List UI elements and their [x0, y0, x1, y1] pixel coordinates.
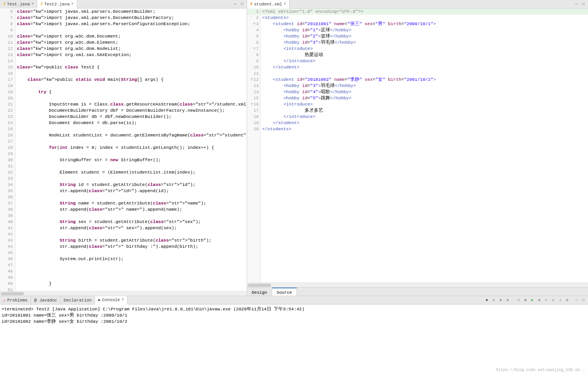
code-line[interactable]: class="kw">import org.w3c.dom.NodeList;: [15, 46, 247, 52]
code-line[interactable]: [15, 163, 247, 169]
code-line[interactable]: [15, 287, 247, 291]
code-line[interactable]: [15, 194, 247, 200]
xml-line[interactable]: <hobby id="5">跳舞</hobby>: [261, 95, 588, 101]
minimize-left-btn[interactable]: —: [232, 1, 238, 7]
xml-line[interactable]: <introduce>: [261, 46, 588, 52]
tab-javadoc[interactable]: @ Javadoc: [31, 296, 60, 305]
fold-icon[interactable]: ▽: [253, 46, 255, 52]
xml-line[interactable]: 热爱运动: [261, 52, 588, 58]
code-line[interactable]: str.append(class="str">" birthday :").ap…: [15, 244, 247, 250]
xml-line[interactable]: <hobby id="3">羽毛球</hobby>: [261, 83, 588, 89]
code-line[interactable]: [15, 70, 247, 77]
code-line[interactable]: Element student = (Element)studentList.i…: [15, 169, 247, 175]
code-line[interactable]: str.append(class="str">" name=").append(…: [15, 206, 247, 213]
tab-console-close[interactable]: ×: [122, 298, 124, 302]
code-line[interactable]: DocumentBuilder db = dbf.newDocumentBuil…: [15, 114, 247, 120]
code-line[interactable]: class="kw">public static void main(Strin…: [15, 77, 247, 83]
left-scrollbar-x[interactable]: [0, 291, 247, 296]
code-line[interactable]: [15, 250, 247, 256]
xml-code-content[interactable]: <?xml version="1.0" encoding="UTF-8"?><s…: [261, 9, 588, 283]
terminate-btn[interactable]: ■: [484, 297, 490, 303]
xml-line[interactable]: </introduce>: [261, 58, 588, 64]
code-line[interactable]: StringBuffer str = new StringBuffer();: [15, 157, 247, 163]
code-line[interactable]: String sex = student.getAttribute(class=…: [15, 219, 247, 225]
xml-line[interactable]: <students>: [261, 15, 588, 21]
code-line[interactable]: try {: [15, 89, 247, 95]
options-btn[interactable]: ⊡: [564, 297, 570, 303]
run-btn[interactable]: ▶: [529, 297, 535, 303]
xml-line[interactable]: [261, 70, 588, 77]
xml-line[interactable]: </student>: [261, 64, 588, 70]
tab-test2-java-close[interactable]: ×: [71, 2, 73, 6]
code-line[interactable]: [15, 274, 247, 281]
tab-test-java-close[interactable]: ×: [31, 2, 34, 6]
minimize-bottom-btn[interactable]: —: [573, 297, 580, 303]
xml-line[interactable]: 多才多艺: [261, 107, 588, 114]
code-content[interactable]: class="kw">import javax.xml.parsers.Docu…: [15, 9, 247, 291]
code-editor[interactable]: 6789101112131415161718192021222324252627…: [0, 9, 247, 291]
code-line[interactable]: class="kw">public class Test2 {: [15, 64, 247, 70]
code-line[interactable]: [15, 175, 247, 182]
new-btn[interactable]: ⊕: [505, 297, 511, 303]
code-line[interactable]: [15, 83, 247, 89]
code-line[interactable]: class="kw">import javax.xml.parsers.Docu…: [15, 9, 247, 15]
code-line[interactable]: NodeList studentList = document.getEleme…: [15, 132, 247, 138]
link-btn[interactable]: ↩: [543, 297, 549, 303]
tab-test-java[interactable]: J Test.java ×: [0, 0, 37, 9]
code-line[interactable]: System.out.println(str);: [15, 256, 247, 262]
xml-line[interactable]: </students>: [261, 126, 588, 132]
xml-line[interactable]: </student>: [261, 120, 588, 126]
xml-line[interactable]: </introduce>: [261, 114, 588, 120]
code-line[interactable]: [15, 151, 247, 157]
code-line[interactable]: InputStream is = Class.class.getResource…: [15, 101, 247, 107]
xml-line[interactable]: <hobby id="3">羽毛球</hobby>: [261, 39, 588, 46]
tab-console[interactable]: ▶ Console ×: [95, 296, 127, 305]
code-line[interactable]: [15, 138, 247, 145]
xml-line[interactable]: <introduce>: [261, 101, 588, 107]
code-line[interactable]: class="kw">import org.w3c.dom.Element;: [15, 39, 247, 46]
maximize-left-btn[interactable]: □: [239, 1, 245, 7]
tab-problems[interactable]: ⚠ Problems: [0, 296, 31, 305]
maximize-right-btn[interactable]: □: [580, 1, 586, 7]
expand-btn[interactable]: ⤢: [550, 297, 556, 303]
code-line[interactable]: [15, 126, 247, 132]
fold-icon[interactable]: ▽: [251, 77, 252, 83]
code-line[interactable]: [15, 27, 247, 33]
code-line[interactable]: DocumentBuilderFactory dbf = DocumentBui…: [15, 107, 247, 114]
source-tab[interactable]: Source: [272, 288, 297, 296]
open-btn[interactable]: ↗: [557, 297, 563, 303]
code-line[interactable]: str.append(class="str">" sex=").append(s…: [15, 225, 247, 231]
code-line[interactable]: [15, 58, 247, 64]
code-line[interactable]: for(int index = 0; index < studentList.g…: [15, 145, 247, 151]
fold-icon[interactable]: ▽: [253, 21, 255, 27]
xml-line[interactable]: <hobby id="2">篮球</hobby>: [261, 33, 588, 39]
tab-student-xml-close[interactable]: ×: [284, 2, 286, 6]
code-line[interactable]: [15, 213, 247, 219]
tab-student-xml[interactable]: X student.xml ×: [247, 0, 290, 9]
code-line[interactable]: String birth = student.getAttribute(clas…: [15, 237, 247, 244]
xml-line[interactable]: <hobby id="1">足球</hobby>: [261, 27, 588, 33]
code-line[interactable]: Document document = db.parse(is);: [15, 120, 247, 126]
left-scroll-thumb[interactable]: [1, 292, 24, 295]
code-line[interactable]: String name = student.getAttribute(class…: [15, 200, 247, 206]
design-tab[interactable]: Design: [247, 288, 272, 296]
code-line[interactable]: [15, 95, 247, 101]
xml-line[interactable]: <student id="20181001" name="张三" sex="男"…: [261, 21, 588, 27]
right-scroll-thumb[interactable]: [248, 284, 271, 287]
code-line[interactable]: str.append(class="str">"id=").append(id)…: [15, 188, 247, 194]
scroll-lock-btn[interactable]: ⊞: [522, 297, 529, 303]
code-line[interactable]: class="kw">import org.xml.sax.SAXExcepti…: [15, 52, 247, 58]
tab-declaration[interactable]: Declaration: [61, 296, 95, 305]
maximize-bottom-btn[interactable]: □: [580, 297, 586, 303]
tab-test2-java[interactable]: J Test2.java ×: [37, 0, 77, 9]
remove-all-btn[interactable]: ⊗: [498, 297, 504, 303]
code-line[interactable]: class="kw">import javax.xml.parsers.Pars…: [15, 21, 247, 27]
remove-btn[interactable]: ✕: [491, 297, 497, 303]
xml-line[interactable]: <student id="20181002" name="李静" sex="女"…: [261, 77, 588, 83]
right-scrollbar-x[interactable]: [247, 283, 588, 287]
xml-line[interactable]: <?xml version="1.0" encoding="UTF-8"?>: [261, 9, 588, 15]
code-line[interactable]: [15, 268, 247, 274]
code-line[interactable]: }: [15, 281, 247, 287]
minimize-right-btn[interactable]: —: [573, 1, 580, 7]
code-line[interactable]: [15, 231, 247, 237]
